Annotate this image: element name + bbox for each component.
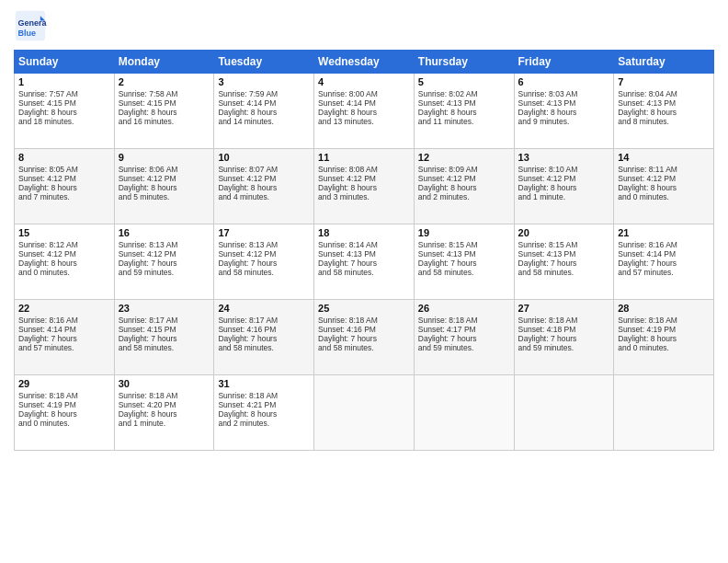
cell-line: and 0 minutes. bbox=[18, 268, 110, 277]
cell-line: Daylight: 7 hours bbox=[518, 259, 610, 268]
calendar-cell: 26Sunrise: 8:18 AMSunset: 4:17 PMDayligh… bbox=[414, 300, 514, 375]
calendar-cell: 29Sunrise: 8:18 AMSunset: 4:19 PMDayligh… bbox=[15, 375, 115, 451]
cell-line: Sunset: 4:12 PM bbox=[418, 174, 510, 183]
cell-line: Sunrise: 8:05 AM bbox=[18, 165, 110, 174]
day-number: 29 bbox=[18, 378, 110, 389]
calendar-cell: 1Sunrise: 7:57 AMSunset: 4:15 PMDaylight… bbox=[15, 74, 115, 149]
calendar-cell: 30Sunrise: 8:18 AMSunset: 4:20 PMDayligh… bbox=[114, 375, 214, 451]
calendar-cell: 10Sunrise: 8:07 AMSunset: 4:12 PMDayligh… bbox=[214, 149, 314, 224]
cell-line: Daylight: 8 hours bbox=[618, 108, 710, 117]
cell-line: Sunrise: 8:16 AM bbox=[18, 316, 110, 325]
cell-line: Sunset: 4:20 PM bbox=[119, 400, 210, 409]
calendar-cell: 4Sunrise: 8:00 AMSunset: 4:14 PMDaylight… bbox=[314, 74, 415, 149]
calendar-cell: 9Sunrise: 8:06 AMSunset: 4:12 PMDaylight… bbox=[114, 149, 214, 224]
col-header-monday: Monday bbox=[114, 51, 214, 74]
cell-line: Sunset: 4:14 PM bbox=[318, 98, 410, 108]
cell-line: Sunset: 4:12 PM bbox=[18, 249, 110, 259]
cell-line: Daylight: 8 hours bbox=[18, 183, 110, 192]
cell-line: and 14 minutes. bbox=[218, 117, 310, 126]
cell-line: Sunrise: 8:02 AM bbox=[418, 89, 510, 98]
cell-line: Daylight: 8 hours bbox=[218, 183, 310, 192]
cell-line: Sunrise: 8:00 AM bbox=[318, 89, 410, 98]
cell-line: Sunrise: 8:15 AM bbox=[518, 240, 610, 249]
calendar-cell: 16Sunrise: 8:13 AMSunset: 4:12 PMDayligh… bbox=[114, 224, 214, 300]
cell-line: Sunset: 4:13 PM bbox=[518, 98, 610, 108]
week-row-4: 22Sunrise: 8:16 AMSunset: 4:14 PMDayligh… bbox=[15, 300, 714, 375]
day-number: 2 bbox=[119, 76, 210, 87]
cell-line: Daylight: 8 hours bbox=[318, 108, 410, 117]
calendar-cell: 27Sunrise: 8:18 AMSunset: 4:18 PMDayligh… bbox=[514, 300, 614, 375]
calendar-cell: 5Sunrise: 8:02 AMSunset: 4:13 PMDaylight… bbox=[414, 74, 514, 149]
cell-line: and 7 minutes. bbox=[18, 192, 110, 201]
calendar-cell: 21Sunrise: 8:16 AMSunset: 4:14 PMDayligh… bbox=[614, 224, 714, 300]
calendar-cell: 7Sunrise: 8:04 AMSunset: 4:13 PMDaylight… bbox=[614, 74, 714, 149]
cell-line: Daylight: 7 hours bbox=[518, 334, 610, 343]
cell-line: Sunset: 4:13 PM bbox=[418, 98, 510, 108]
cell-line: Sunset: 4:13 PM bbox=[518, 249, 610, 259]
day-number: 15 bbox=[18, 227, 110, 238]
day-number: 24 bbox=[218, 303, 310, 314]
cell-line: and 3 minutes. bbox=[318, 192, 410, 201]
calendar-cell: 13Sunrise: 8:10 AMSunset: 4:12 PMDayligh… bbox=[514, 149, 614, 224]
calendar-cell: 3Sunrise: 7:59 AMSunset: 4:14 PMDaylight… bbox=[214, 74, 314, 149]
cell-line: and 59 minutes. bbox=[418, 343, 510, 352]
day-number: 30 bbox=[119, 378, 210, 389]
header-row: SundayMondayTuesdayWednesdayThursdayFrid… bbox=[15, 51, 714, 74]
cell-line: Sunrise: 8:03 AM bbox=[518, 89, 610, 98]
cell-line: Sunrise: 8:06 AM bbox=[119, 165, 210, 174]
cell-line: Sunrise: 7:59 AM bbox=[218, 89, 310, 98]
cell-line: and 2 minutes. bbox=[418, 192, 510, 201]
page: General Blue SundayMondayTuesdayWednesda… bbox=[0, 0, 728, 563]
cell-line: Sunset: 4:14 PM bbox=[18, 325, 110, 334]
day-number: 20 bbox=[518, 227, 610, 238]
day-number: 17 bbox=[218, 227, 310, 238]
day-number: 6 bbox=[518, 76, 610, 87]
day-number: 21 bbox=[618, 227, 710, 238]
day-number: 8 bbox=[18, 152, 110, 163]
cell-line: Daylight: 7 hours bbox=[318, 334, 410, 343]
cell-line: Daylight: 7 hours bbox=[418, 334, 510, 343]
cell-line: and 1 minute. bbox=[518, 192, 610, 201]
calendar-cell bbox=[514, 375, 614, 451]
day-number: 5 bbox=[418, 76, 510, 87]
cell-line: Sunrise: 8:12 AM bbox=[18, 240, 110, 249]
day-number: 23 bbox=[119, 303, 210, 314]
day-number: 19 bbox=[418, 227, 510, 238]
cell-line: and 0 minutes. bbox=[18, 419, 110, 428]
calendar-cell: 15Sunrise: 8:12 AMSunset: 4:12 PMDayligh… bbox=[15, 224, 115, 300]
cell-line: Daylight: 8 hours bbox=[418, 183, 510, 192]
cell-line: Sunrise: 8:18 AM bbox=[318, 316, 410, 325]
cell-line: Sunset: 4:13 PM bbox=[418, 249, 510, 259]
day-number: 16 bbox=[119, 227, 210, 238]
cell-line: Sunset: 4:12 PM bbox=[18, 174, 110, 183]
cell-line: Sunset: 4:12 PM bbox=[518, 174, 610, 183]
calendar-cell bbox=[614, 375, 714, 451]
calendar-cell: 22Sunrise: 8:16 AMSunset: 4:14 PMDayligh… bbox=[15, 300, 115, 375]
day-number: 10 bbox=[218, 152, 310, 163]
calendar-cell: 31Sunrise: 8:18 AMSunset: 4:21 PMDayligh… bbox=[214, 375, 314, 451]
cell-line: Sunset: 4:15 PM bbox=[18, 98, 110, 108]
cell-line: and 0 minutes. bbox=[618, 192, 710, 201]
cell-line: Sunset: 4:13 PM bbox=[618, 98, 710, 108]
calendar-cell: 28Sunrise: 8:18 AMSunset: 4:19 PMDayligh… bbox=[614, 300, 714, 375]
calendar-table: SundayMondayTuesdayWednesdayThursdayFrid… bbox=[14, 50, 714, 451]
cell-line: Sunrise: 8:18 AM bbox=[518, 316, 610, 325]
cell-line: Daylight: 7 hours bbox=[618, 259, 710, 268]
cell-line: Sunrise: 8:18 AM bbox=[418, 316, 510, 325]
cell-line: Sunrise: 8:04 AM bbox=[618, 89, 710, 98]
cell-line: Sunset: 4:12 PM bbox=[218, 249, 310, 259]
cell-line: Sunset: 4:14 PM bbox=[218, 98, 310, 108]
cell-line: Sunrise: 7:57 AM bbox=[18, 89, 110, 98]
calendar-cell: 19Sunrise: 8:15 AMSunset: 4:13 PMDayligh… bbox=[414, 224, 514, 300]
cell-line: Sunrise: 8:15 AM bbox=[418, 240, 510, 249]
cell-line: and 59 minutes. bbox=[119, 268, 210, 277]
day-number: 14 bbox=[618, 152, 710, 163]
week-row-3: 15Sunrise: 8:12 AMSunset: 4:12 PMDayligh… bbox=[15, 224, 714, 300]
day-number: 27 bbox=[518, 303, 610, 314]
cell-line: Sunrise: 8:18 AM bbox=[218, 391, 310, 400]
day-number: 7 bbox=[618, 76, 710, 87]
cell-line: Daylight: 7 hours bbox=[218, 259, 310, 268]
calendar-cell: 8Sunrise: 8:05 AMSunset: 4:12 PMDaylight… bbox=[15, 149, 115, 224]
cell-line: Sunrise: 8:09 AM bbox=[418, 165, 510, 174]
cell-line: Daylight: 8 hours bbox=[518, 183, 610, 192]
